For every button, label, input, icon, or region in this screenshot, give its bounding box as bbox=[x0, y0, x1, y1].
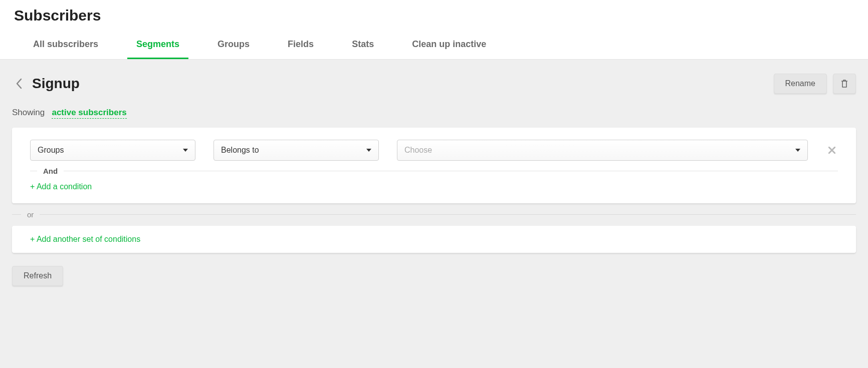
tab-all-subscribers[interactable]: All subscribers bbox=[24, 34, 107, 59]
and-divider: And bbox=[30, 167, 838, 175]
delete-button[interactable] bbox=[833, 74, 856, 94]
tab-groups[interactable]: Groups bbox=[208, 34, 259, 59]
caret-down-icon bbox=[795, 149, 800, 152]
field-select-value: Groups bbox=[38, 146, 64, 155]
add-condition-set-link[interactable]: + Add another set of conditions bbox=[30, 235, 838, 244]
back-button[interactable] bbox=[12, 77, 26, 91]
add-condition-link[interactable]: + Add a condition bbox=[30, 182, 838, 191]
remove-condition-button[interactable] bbox=[826, 145, 838, 156]
chevron-left-icon bbox=[16, 78, 23, 89]
tab-stats[interactable]: Stats bbox=[343, 34, 383, 59]
or-divider: or bbox=[12, 210, 856, 219]
showing-filter: Showing active subscribers bbox=[12, 108, 856, 118]
caret-down-icon bbox=[366, 149, 371, 152]
trash-icon bbox=[840, 79, 848, 88]
segment-name: Signup bbox=[32, 76, 80, 92]
showing-prefix: Showing bbox=[12, 108, 45, 117]
operator-select-value: Belongs to bbox=[221, 146, 259, 155]
value-select-placeholder: Choose bbox=[404, 146, 432, 155]
value-select[interactable]: Choose bbox=[397, 140, 808, 161]
tabs-nav: All subscribers Segments Groups Fields S… bbox=[14, 34, 854, 59]
refresh-button[interactable]: Refresh bbox=[12, 266, 63, 286]
page-title: Subscribers bbox=[14, 7, 854, 24]
tab-segments[interactable]: Segments bbox=[127, 34, 188, 59]
or-label: or bbox=[27, 210, 34, 219]
and-label: And bbox=[43, 167, 58, 175]
caret-down-icon bbox=[183, 149, 188, 152]
operator-select[interactable]: Belongs to bbox=[213, 140, 379, 161]
condition-set-card: Groups Belongs to Choose bbox=[12, 128, 856, 203]
tab-fields[interactable]: Fields bbox=[279, 34, 323, 59]
condition-row: Groups Belongs to Choose bbox=[30, 140, 838, 161]
rename-button[interactable]: Rename bbox=[774, 74, 827, 94]
field-select[interactable]: Groups bbox=[30, 140, 195, 161]
close-icon bbox=[828, 147, 835, 154]
showing-filter-link[interactable]: active subscribers bbox=[52, 108, 126, 119]
tab-clean-up-inactive[interactable]: Clean up inactive bbox=[403, 34, 495, 59]
add-set-card: + Add another set of conditions bbox=[12, 226, 856, 253]
